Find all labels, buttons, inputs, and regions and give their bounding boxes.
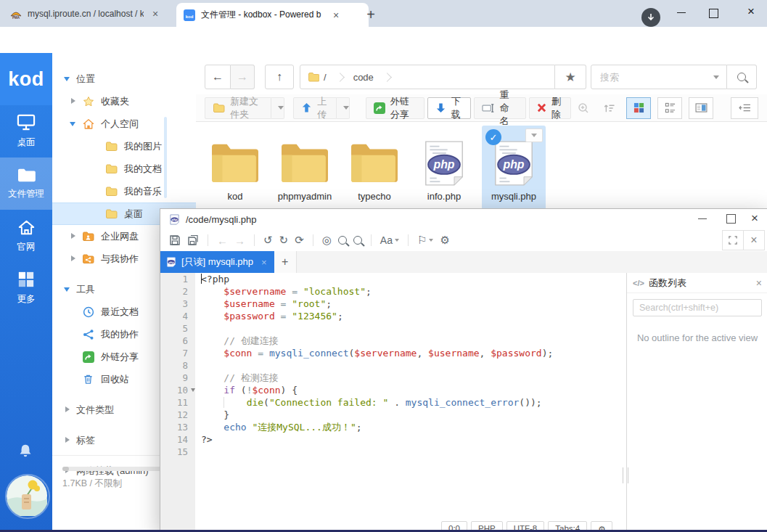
folder-icon	[277, 140, 332, 187]
editor-tab-mysqli[interactable]: php [只读] mysqli.php ×	[160, 251, 274, 273]
refresh-icon[interactable]: ⟳	[295, 234, 304, 247]
search-button[interactable]	[727, 65, 757, 89]
chevron-right-icon[interactable]	[64, 437, 70, 443]
chevron-down-icon[interactable]	[70, 120, 76, 127]
save-icon[interactable]	[169, 234, 181, 246]
nav-forward-button[interactable]: →	[231, 65, 255, 89]
chevron-right-icon[interactable]	[70, 255, 76, 262]
line-number-gutter: 123456789101112131415	[160, 273, 195, 532]
code-token: $conn	[252, 385, 280, 396]
breadcrumb-root[interactable]: /	[324, 72, 327, 83]
view-tool-view-grid[interactable]	[626, 97, 651, 119]
editor-titlebar[interactable]: php /code/mysqli.php	[160, 209, 767, 229]
search-icon[interactable]	[338, 236, 347, 245]
search-input[interactable]	[599, 71, 681, 83]
code-area[interactable]: <?php $servername = "localhost"; $userna…	[195, 273, 627, 532]
view-tool-sort[interactable]	[600, 99, 619, 118]
search-box[interactable]	[591, 65, 727, 89]
undo-icon[interactable]: ↺	[263, 234, 273, 247]
file-name: info.php	[427, 191, 461, 202]
code-token: echo	[223, 422, 246, 433]
line-number: 6	[160, 335, 195, 347]
toolbar-button-上传[interactable]: 上传	[293, 97, 337, 119]
toolbar-dropdown-上传[interactable]	[337, 97, 350, 119]
panel-resize-handle[interactable]	[623, 467, 628, 483]
file-info.php[interactable]: phpinfo.php	[412, 126, 476, 210]
view-tool-view-list[interactable]	[657, 97, 682, 119]
kod-logo[interactable]: kod	[0, 53, 52, 105]
tree-scrollbar[interactable]	[164, 117, 167, 198]
rail-item-更多[interactable]: 更多	[0, 262, 52, 314]
tree-item-我的图片[interactable]: 我的图片	[52, 135, 196, 157]
editor-settings-icon[interactable]: ⚙	[440, 234, 449, 247]
nav-up-button[interactable]: ↑	[265, 65, 294, 89]
search-dropdown-caret[interactable]	[713, 75, 719, 79]
chevron-down-icon[interactable]	[64, 75, 70, 82]
indent-guide	[223, 397, 224, 408]
outline-close-icon[interactable]: ×	[756, 277, 762, 289]
toolbar-button-重命名[interactable]: 重命名	[474, 97, 526, 119]
toolbar-button-删除[interactable]: 删除	[529, 97, 571, 119]
view-tool-view-columns[interactable]	[689, 97, 713, 119]
tree-item-个人空间[interactable]: 个人空间	[52, 112, 196, 135]
file-kod[interactable]: kod	[203, 126, 267, 210]
outline-search-box[interactable]	[633, 299, 762, 316]
breadcrumb-code[interactable]: code	[353, 72, 374, 83]
chevron-right-icon[interactable]	[64, 406, 70, 413]
editor-close-button[interactable]: ×	[747, 211, 762, 226]
line-number: 8	[160, 359, 195, 372]
editor-minimize-button[interactable]	[698, 218, 707, 219]
rail-item-官网[interactable]: 官网	[0, 210, 52, 262]
chevron-right-icon[interactable]	[70, 98, 76, 105]
tab-close-icon[interactable]: ×	[330, 9, 342, 21]
window-maximize-button[interactable]	[709, 9, 718, 18]
breadcrumb[interactable]: / code	[300, 65, 555, 89]
file-typecho[interactable]: typecho	[343, 126, 406, 210]
notifications-bell-icon[interactable]	[17, 443, 33, 458]
file-phpmyadmin[interactable]: phpmyadmin	[273, 126, 337, 210]
tree-item-我的文档[interactable]: 我的文档	[52, 157, 196, 180]
tree-item-收藏夹[interactable]: 收藏夹	[52, 90, 196, 112]
redo-icon[interactable]: ↻	[279, 234, 289, 247]
chevron-down-icon[interactable]	[64, 286, 70, 292]
favorite-star-button[interactable]: ★	[555, 65, 586, 89]
view-tool-zoom-faint[interactable]	[574, 99, 593, 118]
editor-fullscreen-button[interactable]	[722, 230, 744, 250]
toolbar-button-外链分享[interactable]: 外链分享	[366, 97, 424, 119]
chevron-spacer	[93, 210, 99, 217]
download-indicator-icon[interactable]	[641, 8, 660, 27]
user-avatar[interactable]	[5, 474, 50, 519]
tab-close-icon[interactable]: ×	[149, 8, 161, 20]
save-all-icon[interactable]	[187, 234, 199, 246]
toolbar-button-下载[interactable]: 下载	[427, 97, 471, 119]
line-number: 13	[160, 421, 195, 433]
window-minimize-button[interactable]	[673, 12, 689, 13]
view-tool-view-panel[interactable]	[731, 97, 758, 119]
marker-flag-button[interactable]: ⚐	[417, 234, 433, 247]
rail-item-文件管理[interactable]: 文件管理	[0, 157, 52, 210]
browser-tab-phpmyadmin[interactable]: PMA mysql.iproute.cn / localhost / k ×	[6, 0, 181, 27]
chevron-right-icon[interactable]	[70, 233, 76, 240]
editor-new-tab-button[interactable]: +	[274, 251, 297, 273]
selected-check-icon[interactable]: ✓	[485, 129, 501, 145]
tab-close-icon[interactable]: ×	[261, 257, 267, 268]
search-zoom-icon[interactable]	[353, 236, 362, 245]
tree-item-我的音乐[interactable]: 我的音乐	[52, 180, 196, 202]
tree-item-label: 我的文档	[124, 163, 162, 176]
toolbar-button-新建文件夹[interactable]: 新建文件夹	[205, 97, 271, 119]
chevron-spacer	[70, 331, 76, 337]
rail-item-桌面[interactable]: 桌面	[0, 105, 52, 157]
editor-toolbar-close-button[interactable]: ×	[743, 230, 765, 250]
font-size-button[interactable]: Aa	[380, 234, 399, 246]
file-mysqli.php[interactable]: phpmysqli.php✓	[482, 126, 546, 210]
nav-back-button[interactable]: ←	[205, 65, 231, 89]
window-close-button[interactable]: ×	[743, 4, 759, 19]
browser-tab-kodbox[interactable]: kod 文件管理 - kodbox - Powered b ×	[176, 3, 369, 27]
tree-item-位置[interactable]: 位置	[52, 67, 196, 90]
new-tab-button[interactable]: +	[362, 6, 380, 23]
outline-search-input[interactable]	[638, 302, 757, 314]
file-dropdown-button[interactable]	[525, 128, 543, 142]
editor-maximize-button[interactable]	[726, 214, 736, 224]
toolbar-dropdown-新建文件夹[interactable]	[271, 97, 284, 119]
goto-location-icon[interactable]: ◎	[322, 234, 332, 247]
